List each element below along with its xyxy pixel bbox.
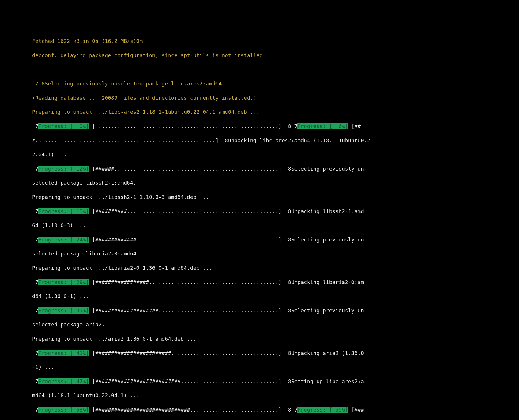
terminal-output: Fetched 1622 kB in 0s (16.2 MB/s)0m debc… [32,31,519,420]
progress-badge-29: Progress: [ 29%] [38,279,89,285]
progress-badge-59: Progress: [ 59%] [297,407,348,413]
progress-cont-6b: 2.04.1) ... [32,151,519,158]
progress-badge-0: Progress: [ 0%] [38,123,89,129]
selected-aria2: selected package aria2. [32,321,519,328]
preparing-libaria: Preparing to unpack .../libaria2-0_1.36.… [32,265,519,272]
progress-badge-47: Progress: [ 47%] [38,378,89,384]
progress-row-41: 7Progress: [ 41%] [#####################… [32,350,519,357]
selected-libaria: selected package libaria2-0:amd64. [32,250,519,257]
progress-badge-35: Progress: [ 35%] [38,307,89,314]
progress-cont-6: #.......................................… [32,137,519,144]
progress-row-12: 7Progress: [ 12%] [######...............… [32,165,519,172]
progress-badge-24: Progress: [ 24%] [38,237,89,243]
preparing-libssh: Preparing to unpack .../libssh2-1_1.10.0… [32,194,519,201]
debconf-line: debconf: delaying package configuration,… [32,52,519,59]
progress-row-35: 7Progress: [ 35%] [####################.… [32,307,519,314]
progress-row-0: 7Progress: [ 0%] [......................… [32,123,519,130]
progress-badge-53: Progress: [ 53%] [38,407,89,413]
unpack-libaria: d64 (1.36.0-1) ... [32,293,519,300]
selecting-line: 7 8Selecting previously unselected packa… [32,80,519,87]
progress-badge-41: Progress: [ 41%] [38,350,89,356]
progress-badge-12: Progress: [ 12%] [38,166,89,172]
progress-row-24: 7Progress: [ 24%] [#############........… [32,236,519,243]
setup-libcares: md64 (1.18.1-1ubuntu0.22.04.1) ... [32,392,519,399]
progress-badge-18: Progress: [ 18%] [38,208,89,214]
progress-row-18: 7Progress: [ 18%] [##########...........… [32,208,519,215]
unpack-aria2: -1) ... [32,364,519,371]
unpack-libssh: 64 (1.10.0-3) ... [32,222,519,229]
preparing-line: Preparing to unpack .../libc-ares2_1.18.… [32,108,519,116]
progress-row-29: 7Progress: [ 29%] [#################....… [32,279,519,286]
preparing-aria2: Preparing to unpack .../aria2_1.36.0-1_a… [32,335,519,342]
progress-row-47: 7Progress: [ 47%] [#####################… [32,378,519,385]
fetched-line: Fetched 1622 kB in 0s (16.2 MB/s)0m [32,38,519,45]
reading-db-line: (Reading database ... 20089 files and di… [32,94,519,102]
selected-libssh: selected package libssh2-1:amd64. [32,179,519,186]
progress-badge-6: Progress: [ 6%] [297,123,348,129]
progress-row-53: 7Progress: [ 53%] [#####################… [32,406,519,413]
